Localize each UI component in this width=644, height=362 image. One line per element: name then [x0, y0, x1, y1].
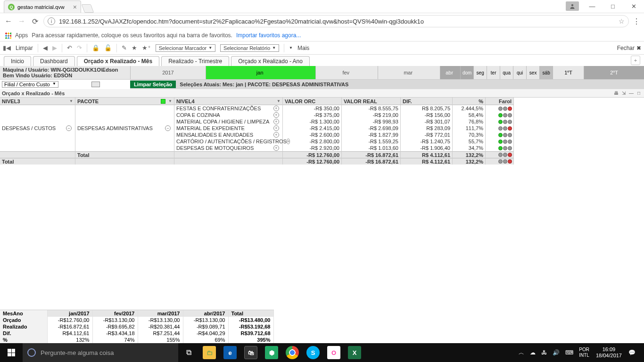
day-ter[interactable]: ter [487, 66, 500, 79]
expand-icon[interactable]: + [273, 112, 279, 118]
sheet-tab[interactable]: Orçado x Realizado - Ano [231, 56, 310, 66]
day-qua[interactable]: qua [500, 66, 513, 79]
address-bar[interactable]: i 192.168.1.252/QvAJAXZfc/opendoc.htm?do… [43, 15, 629, 27]
excel-icon[interactable]: X [344, 343, 365, 362]
file-explorer-icon[interactable]: 🗀 [199, 343, 220, 362]
collapse-icon[interactable]: − [66, 125, 72, 131]
col-farol[interactable]: Farol [499, 99, 512, 104]
col-dif[interactable]: DIF. [403, 99, 412, 104]
sheet-tab[interactable]: Realizado - Trimestre [161, 56, 229, 66]
report-select[interactable]: Selecionar Relatório [220, 44, 279, 52]
apps-icon[interactable] [5, 32, 11, 39]
pivot-table[interactable]: NIVEL3▼ DESPESAS / CUSTOS− Total PACOTE▼… [0, 98, 644, 165]
tray-lang[interactable]: PORINTL [576, 347, 592, 358]
summary-col-fev[interactable]: fev/2017 [92, 310, 138, 317]
month-abr[interactable]: abr [440, 66, 460, 79]
export-icon[interactable]: ⇲ [620, 90, 627, 96]
summary-col-jan[interactable]: jan/2017 [47, 310, 92, 317]
app1-icon[interactable]: ⬢ [261, 343, 282, 362]
expand-icon[interactable]: + [273, 119, 279, 124]
summary-col-abr[interactable]: abr/2017 [183, 310, 228, 317]
day-sex[interactable]: sex [526, 66, 539, 79]
window-close-icon[interactable]: ✕ [623, 0, 644, 13]
close-label[interactable]: Fechar [617, 45, 635, 51]
browser-tab[interactable]: Q gestao matricial.qvw × [4, 0, 81, 13]
month-fev[interactable]: fev [315, 66, 378, 79]
unlock-icon[interactable]: 🔓 [104, 44, 112, 51]
col-nivel3[interactable]: NIVEL3 [2, 99, 20, 104]
day-seg[interactable]: seg [473, 66, 487, 79]
new-tab-button[interactable] [82, 4, 94, 13]
lock-icon[interactable]: 🔒 [92, 44, 99, 51]
tray-clock[interactable]: 16:0918/04/2017 [592, 346, 626, 359]
expand-icon[interactable]: + [273, 106, 279, 111]
collapse-icon[interactable]: − [165, 125, 171, 131]
window-maximize-icon[interactable]: □ [603, 0, 623, 13]
bookmark-select[interactable]: Selecionar Marcador [156, 44, 215, 52]
day-sab[interactable]: sáb [539, 66, 553, 79]
tray-volume-icon[interactable]: 🔊 [550, 349, 562, 356]
back-button[interactable]: ← [4, 17, 13, 25]
month-mar[interactable]: mar [378, 66, 440, 79]
tray-up-icon[interactable]: ︿ [516, 349, 527, 357]
expand-icon[interactable]: + [273, 145, 279, 151]
marker-icon[interactable]: ✎ [122, 44, 127, 51]
chrome-user-icon[interactable] [566, 1, 579, 11]
more-button[interactable]: Mais [297, 45, 309, 51]
summary-col-mar[interactable]: mar/2017 [138, 310, 183, 317]
maximize-icon[interactable]: □ [636, 90, 642, 96]
filial-combo[interactable]: Filial / Centro Custo▼ [2, 81, 58, 88]
print-icon[interactable]: 🖶 [613, 90, 619, 96]
close-icon[interactable]: × [73, 3, 77, 11]
outlook-icon[interactable]: O [323, 343, 344, 362]
clear-first-icon[interactable]: ▮◀ [3, 44, 11, 51]
col-pct[interactable]: % [479, 99, 483, 104]
month-jan[interactable]: jan [206, 66, 315, 79]
site-info-icon[interactable]: i [48, 17, 55, 25]
add-bookmark-icon[interactable]: ★⁺ [142, 44, 151, 51]
summary-table[interactable]: MesAno jan/2017 fev/2017 mar/2017 abr/20… [0, 310, 274, 343]
year-cell[interactable]: 2017 [130, 66, 206, 79]
sheet-tab[interactable]: Dashboard [33, 56, 75, 66]
expand-icon[interactable]: + [273, 125, 279, 131]
reload-button[interactable]: ⟳ [30, 17, 40, 26]
edge-icon[interactable]: e [220, 343, 240, 362]
col-valor-orc[interactable]: VALOR ORC [285, 99, 315, 104]
minimize-icon[interactable]: — [628, 90, 635, 96]
quarter-2[interactable]: 2ºT [584, 66, 644, 79]
start-button[interactable] [0, 343, 23, 362]
clear-selection-button[interactable]: Limpar Seleção [130, 81, 176, 88]
cortana-search[interactable]: Pergunte-me alguma coisa [23, 343, 178, 362]
col-valor-real[interactable]: VALOR REAL [344, 99, 377, 104]
tray-keyboard-icon[interactable]: ⌨ [562, 349, 576, 356]
window-minimize-icon[interactable]: — [582, 0, 603, 13]
close-x-icon[interactable]: ✖ [636, 45, 641, 51]
apps-label[interactable]: Apps [15, 32, 28, 39]
summary-col-total[interactable]: Total [228, 310, 273, 317]
star-icon[interactable]: ★ [132, 44, 137, 51]
skype-icon[interactable]: S [303, 343, 323, 362]
tray-notifications-icon[interactable]: 💬 [626, 349, 638, 356]
store-icon[interactable]: 🛍 [240, 343, 261, 362]
col-nivel4[interactable]: NIVEL4 [176, 99, 195, 104]
bookmark-star-icon[interactable]: ☆ [619, 17, 625, 25]
tray-onedrive-icon[interactable]: ☁ [527, 349, 538, 356]
sheet-tab[interactable]: Orçado x Realizado - Mês [77, 56, 159, 66]
expand-icon[interactable]: + [273, 132, 279, 138]
sheet-tab[interactable]: Inicio [4, 56, 31, 66]
col-pacote[interactable]: PACOTE [77, 99, 99, 104]
undo-icon[interactable]: ↶ [67, 44, 72, 51]
chrome-menu-icon[interactable]: ⋮ [633, 17, 640, 26]
tray-network-icon[interactable]: 🖧 [538, 349, 550, 356]
import-favorites-link[interactable]: Importar favoritos agora... [236, 32, 301, 39]
back-icon[interactable]: ◀ [43, 44, 48, 51]
quarter-1[interactable]: 1ºT [553, 66, 584, 79]
task-view-icon[interactable]: ⧉ [178, 343, 199, 362]
clear-button[interactable]: Limpar [16, 45, 33, 51]
summary-header-mesano[interactable]: MesAno [0, 310, 47, 317]
add-sheet-button[interactable]: + [631, 56, 640, 65]
more-arrow-icon[interactable]: ▼ [289, 46, 293, 50]
day-dom[interactable]: dom [460, 66, 473, 79]
chrome-icon[interactable] [282, 343, 303, 362]
day-qui[interactable]: qui [513, 66, 526, 79]
